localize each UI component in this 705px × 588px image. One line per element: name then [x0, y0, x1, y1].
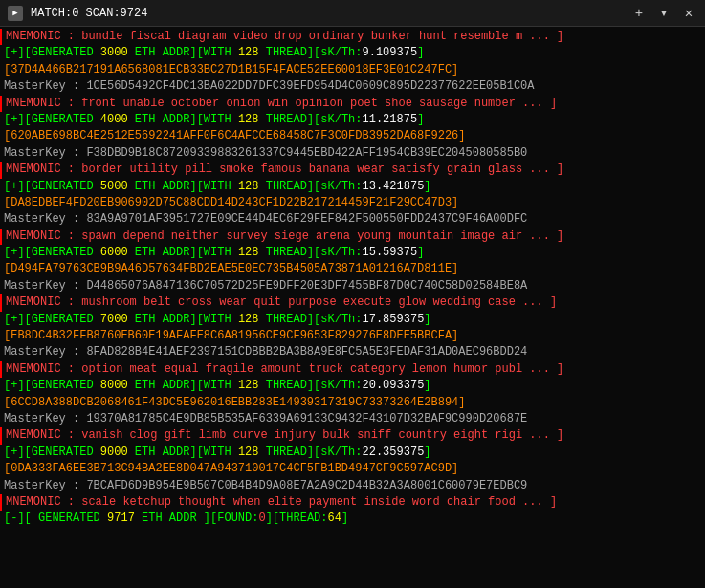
add-tab-button[interactable]: + — [630, 5, 648, 22]
console-line: [0DA333FA6EE3B713C94BA2EE8D047A943710017… — [0, 461, 705, 477]
close-button[interactable]: ✕ — [680, 5, 697, 22]
console-line: [37D4A466B217191A6568081ECB33BC27D1B15F4… — [0, 62, 705, 78]
console-line: [6CCD8A388DCB2068461F43DC5E962016EBB283E… — [0, 395, 705, 411]
console-line: [+][GENERATED 3000 ETH ADDR][WITH 128 TH… — [0, 45, 705, 61]
console-line: MNEMONIC : border utility pill smoke fam… — [0, 162, 705, 178]
app-icon: ▶ — [8, 6, 23, 21]
console-line: MNEMONIC : mushroom belt cross wear quit… — [0, 294, 705, 311]
console-line: [D494FA79763CB9B9A46D57634FBD2EAE5E0EC73… — [0, 261, 705, 277]
console-line: MasterKey : D44865076A847136C70572D25FE9… — [0, 278, 705, 294]
console-line: [+][GENERATED 7000 ETH ADDR][WITH 128 TH… — [0, 312, 705, 328]
console-line: MasterKey : F38DBD9B18C87209339883261337… — [0, 145, 705, 162]
console-line: MasterKey : 8FAD828B4E41AEF2397151CDBBB2… — [0, 344, 705, 360]
console-line: MNEMONIC : scale ketchup thought when el… — [0, 494, 705, 511]
console-line: [EB8DC4B32FFB8760EB60E19AFAFE8C6A81956CE… — [0, 328, 705, 344]
title-bar: ▶ MATCH:0 SCAN:9724 + ▾ ✕ — [0, 0, 705, 27]
console-line: MasterKey : 1CE56D5492CF4DC13BA022DD7DFC… — [0, 78, 705, 95]
console-line: [+][GENERATED 5000 ETH ADDR][WITH 128 TH… — [0, 179, 705, 195]
dropdown-button[interactable]: ▾ — [655, 5, 672, 22]
console-line: [+][GENERATED 9000 ETH ADDR][WITH 128 TH… — [0, 445, 705, 461]
console-line: [+][GENERATED 4000 ETH ADDR][WITH 128 TH… — [0, 112, 705, 128]
console-line: MNEMONIC : option meat equal fragile amo… — [0, 361, 705, 378]
console-line: MNEMONIC : spawn depend neither survey s… — [0, 229, 705, 245]
console-line: MNEMONIC : front unable october onion wi… — [0, 96, 705, 112]
console-line: [+][GENERATED 8000 ETH ADDR][WITH 128 TH… — [0, 378, 705, 394]
console-line: MasterKey : 19370A81785C4E9DB85B535AF633… — [0, 411, 705, 427]
console-line: [DA8EDBEF4FD20EB906902D75C88CDD14D243CF1… — [0, 195, 705, 211]
title-text: MATCH:0 SCAN:9724 — [31, 7, 623, 20]
console-line: MNEMONIC : vanish clog gift limb curve i… — [0, 427, 705, 444]
console-line: MasterKey : 7BCAFD6D9B954E9B507C0B4B4D9A… — [0, 478, 705, 494]
console-line: [+][GENERATED 6000 ETH ADDR][WITH 128 TH… — [0, 245, 705, 261]
console-line: [620ABE698BC4E2512E5692241AFF0F6C4AFCCE6… — [0, 128, 705, 144]
console-line: MasterKey : 83A9A9701AF3951727E09CE44D4E… — [0, 211, 705, 228]
console-line: [-][ GENERATED 9717 ETH ADDR ][FOUND:0][… — [0, 511, 705, 527]
console-line: MNEMONIC : bundle fiscal diagram video d… — [0, 29, 705, 45]
console-area: MNEMONIC : bundle fiscal diagram video d… — [0, 27, 705, 588]
